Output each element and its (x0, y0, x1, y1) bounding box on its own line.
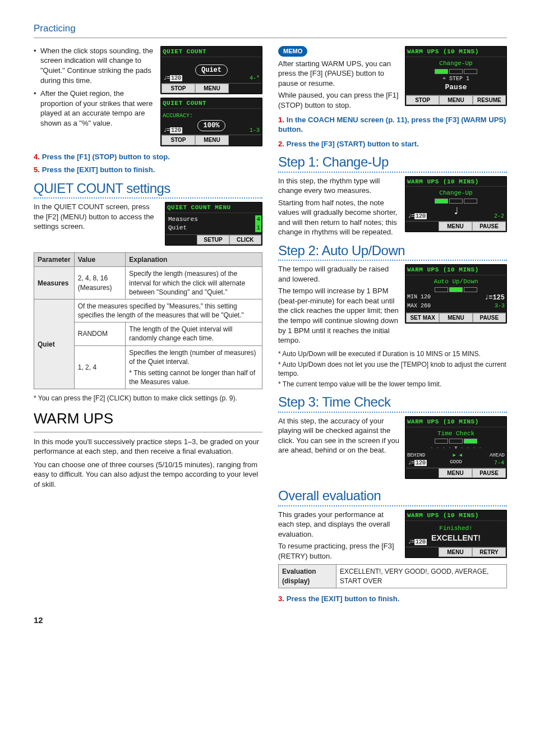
lcd-tempo: ♩=120 (408, 459, 427, 467)
step-5: 5.Press the [EXIT] button to finish. (34, 165, 262, 175)
cell-value: RANDOM (74, 322, 126, 345)
lcd-overall: WARM UPS (10 MINS) Finished! EXCELLENT! … (405, 510, 507, 558)
lcd-tempo: ♩=120 (163, 127, 182, 135)
lcd-f3: PAUSE (472, 468, 506, 478)
content-columns: When the click stops sounding, the scree… (34, 46, 507, 603)
lcd-counter: 7-4 (494, 459, 504, 467)
lcd-counter: 3-3 (495, 302, 505, 310)
lcd-center-pill: Quiet (195, 64, 228, 76)
cell-explanation: Specify the length (measures) of the int… (126, 267, 262, 299)
lcd-title: WARM UPS (10 MINS) (406, 417, 506, 427)
lcd-f3: RETRY (472, 547, 506, 557)
lcd-title: WARM UPS (10 MINS) (406, 47, 506, 57)
lcd-row-val: 1 (255, 224, 261, 232)
col-value: Value (74, 253, 126, 267)
lcd-line: Time Check (437, 430, 474, 438)
lcd-f2: MENU (439, 222, 472, 232)
lcd-counter: 4-* (250, 75, 260, 82)
lcd-row-val: 4 (255, 215, 261, 224)
lcd-f3: PAUSE (472, 222, 506, 232)
lcd-tempo: ♩=120 (408, 538, 427, 546)
lcd-tempo: ♩=120 (163, 75, 182, 82)
lcd-title: WARM UPS (10 MINS) (406, 177, 506, 187)
step3-heading: Step 3: Time Check (278, 393, 507, 411)
right-step-3: 3.Press the [EXIT] button to finish. (278, 594, 507, 604)
lcd-title: QUIET COUNT (162, 99, 261, 109)
lcd-f3: PAUSE (473, 313, 506, 323)
s2-star-3: The current tempo value will be the lowe… (278, 380, 507, 389)
qc-settings-text: In the QUIET COUNT screen, press the [F2… (34, 202, 159, 232)
lcd-pause: WARM UPS (10 MINS) Change-Up ÷ STEP 1 Pa… (405, 46, 507, 106)
lcd-row-label: Quiet (168, 224, 187, 232)
lcd-result: EXCELLENT! (431, 533, 481, 543)
lcd-min: MIN 120 (407, 293, 431, 302)
lcd-title: WARM UPS (10 MINS) (406, 265, 506, 275)
row-measures: Measures (34, 267, 75, 299)
lcd-f2: MENU (439, 313, 472, 323)
col-parameter: Parameter (34, 253, 75, 267)
lcd-behind: BEHIND (407, 452, 425, 459)
lcd-ahead: AHEAD (490, 452, 505, 459)
lcd-f2: MENU (439, 547, 472, 557)
lcd-f2: MENU (195, 135, 229, 145)
cell-value: 2, 4, 8, 16 (Measures) (74, 267, 126, 299)
right-step-1: 1.In the COACH MENU screen (p. 11), pres… (278, 115, 507, 135)
s2-star-1: Auto Up/Down will be executed if Duratio… (278, 349, 507, 358)
lcd-tempo: ♩=120 (408, 213, 427, 220)
lcd-counter: 1-3 (250, 127, 260, 135)
lcd-f1 (406, 222, 439, 232)
eval-value: EXCELLENT!, VERY GOOD!, GOOD, AVERAGE, S… (336, 565, 506, 587)
warmups-p2: You can choose one of three courses (5/1… (34, 460, 262, 490)
lcd-f1 (406, 547, 439, 557)
footnote: * You can press the [F2] (CLICK) button … (34, 394, 262, 403)
step1-heading: Step 1: Change-Up (278, 153, 507, 171)
lcd-counter: 2-2 (494, 213, 504, 220)
lcd-f2: MENU (439, 95, 472, 105)
quiet-count-settings-heading: QUIET COUNT settings (34, 179, 262, 197)
lcd-title: QUIET COUNT (162, 47, 261, 57)
row-quiet: Quiet (34, 299, 75, 389)
lcd-max: MAX 260 (407, 302, 431, 310)
lcd-accuracy-label: ACCURACY: (163, 112, 193, 120)
eval-label: Evaluation (display) (279, 565, 336, 587)
lcd-f3: CLICK (229, 235, 261, 245)
parameter-table: Parameter Value Explanation Measures 2, … (34, 252, 262, 389)
cell-explanation: Specifies the length (number of measures… (126, 345, 262, 389)
lcd-quiet-count: QUIET COUNT Quiet ♩=120 4-* STOP MENU (160, 46, 262, 94)
lcd-f2: SETUP (197, 235, 229, 245)
lcd-title: WARM UPS (10 MINS) (406, 511, 506, 521)
right-step-2: 2.Press the [F3] (START) button to start… (278, 139, 507, 149)
cell-value: 1, 2, 4 (74, 345, 126, 389)
lcd-f1: STOP (162, 84, 195, 94)
col-explanation: Explanation (126, 253, 262, 267)
step-4: 4.Press the [F1] (STOP) button to stop. (34, 152, 262, 162)
lcd-f1: STOP (406, 95, 439, 105)
lcd-accuracy-value: 100% (197, 120, 226, 131)
memo-badge: MEMO (278, 46, 307, 57)
lcd-f1 (406, 468, 439, 478)
lcd-line: Change-Up (439, 189, 472, 197)
cell-quiet-desc: Of the measures specified by "Measures,"… (74, 299, 262, 322)
lcd-f2: MENU (439, 468, 472, 478)
lcd-qc-menu: QUIET COUNT MENU Measures4 Quiet1 SETUP … (165, 202, 262, 246)
lcd-step3: WARM UPS (10 MINS) Time Check - - - - ▼ … (405, 416, 507, 480)
right-column: WARM UPS (10 MINS) Change-Up ÷ STEP 1 Pa… (278, 46, 507, 603)
lcd-title: QUIET COUNT MENU (166, 203, 261, 213)
warm-ups-heading: WARM UPS (34, 409, 262, 428)
lcd-line: Finished! (439, 524, 472, 533)
lcd-f1: STOP (162, 135, 195, 145)
warmups-p1: In this mode you'll successively practic… (34, 437, 262, 457)
lcd-f3 (229, 84, 261, 94)
lcd-accuracy: QUIET COUNT ACCURACY: 100% ♩=120 1-3 STO… (160, 98, 262, 146)
s2-star-2: Auto Up/Down does not let you use the [T… (278, 360, 507, 378)
lcd-f1: SET MAX (406, 313, 439, 323)
lcd-line: Pause (445, 82, 467, 93)
lcd-tempo-big: ♩=125 (485, 293, 505, 302)
page-header: Practicing (34, 22, 507, 38)
bullet-2: After the Quiet region, the proportion o… (40, 89, 155, 128)
overall-heading: Overall evaluation (278, 487, 507, 505)
lcd-f1 (166, 235, 197, 245)
lcd-line: Auto Up/Down (433, 278, 478, 286)
step2-heading: Step 2: Auto Up/Down (278, 242, 507, 260)
lcd-line: ÷ STEP 1 (442, 75, 469, 83)
